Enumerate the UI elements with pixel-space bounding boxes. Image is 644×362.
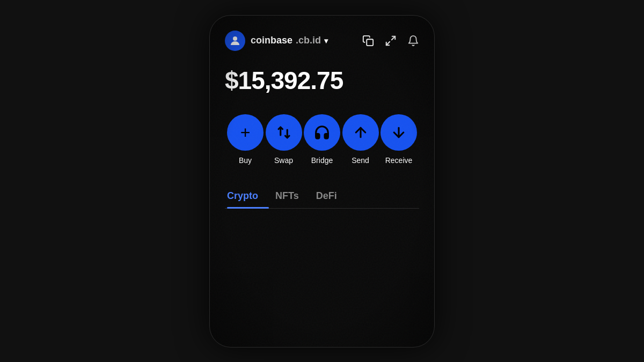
bridge-action[interactable]: Bridge <box>304 114 340 165</box>
receive-label: Receive <box>385 156 413 165</box>
send-action[interactable]: Send <box>342 114 379 165</box>
chevron-down-icon: ▾ <box>324 36 328 45</box>
account-selector[interactable]: coinbase.cb.id ▾ <box>225 31 328 51</box>
tabs-row: Crypto NFTs DeFi <box>225 184 419 209</box>
actions-row: + Buy Swap <box>225 114 419 165</box>
send-label: Send <box>352 156 369 165</box>
receive-icon <box>391 124 407 141</box>
receive-action[interactable]: Receive <box>380 114 417 165</box>
svg-point-0 <box>233 36 237 41</box>
bridge-button[interactable] <box>304 114 340 151</box>
bridge-label: Bridge <box>311 156 333 165</box>
swap-button[interactable] <box>266 114 302 151</box>
copy-icon[interactable] <box>362 35 374 47</box>
coinbase-avatar <box>225 31 245 51</box>
swap-action[interactable]: Swap <box>266 114 302 165</box>
phone-frame: coinbase.cb.id ▾ <box>209 15 435 348</box>
tab-crypto[interactable]: Crypto <box>227 184 269 208</box>
account-tld: .cb.id <box>296 35 321 46</box>
svg-rect-1 <box>367 39 373 46</box>
header-icons <box>362 35 419 47</box>
bridge-icon <box>314 124 330 141</box>
receive-button[interactable] <box>380 114 417 151</box>
swap-icon <box>276 124 292 141</box>
balance-amount: $15,392.75 <box>225 66 419 95</box>
send-icon <box>353 124 369 141</box>
header: coinbase.cb.id ▾ <box>225 31 419 51</box>
tab-defi[interactable]: DeFi <box>316 184 348 208</box>
send-button[interactable] <box>342 114 379 151</box>
plus-icon: + <box>240 124 251 141</box>
buy-button[interactable]: + <box>227 114 264 151</box>
fullscreen-icon[interactable] <box>385 35 397 47</box>
swap-label: Swap <box>274 156 293 165</box>
buy-label: Buy <box>239 156 252 165</box>
bell-icon[interactable] <box>407 35 419 47</box>
account-name: coinbase.cb.id ▾ <box>251 35 328 46</box>
tab-nfts[interactable]: NFTs <box>275 184 310 208</box>
account-domain: coinbase <box>251 35 292 46</box>
buy-action[interactable]: + Buy <box>227 114 264 165</box>
